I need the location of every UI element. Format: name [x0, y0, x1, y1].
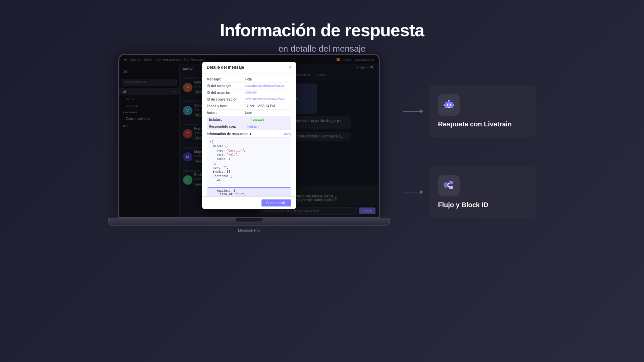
modal-close-button[interactable]: × [288, 65, 291, 70]
svg-rect-9 [449, 181, 453, 184]
label-id-mensaje: ID del mensaje: [207, 84, 244, 88]
hero-title: Información de respuesta [220, 20, 424, 40]
modal-row-autor: Autor: User [207, 110, 291, 116]
copy-link[interactable]: copy [284, 132, 291, 136]
svg-rect-6 [444, 104, 445, 106]
feature-card-flow: Flujo y Block ID [429, 166, 536, 218]
right-section: Respueta con Livetrain [403, 68, 536, 218]
modal-overlay: Detalle del mensaje × Mensaje: Hola ID d… [119, 55, 379, 217]
message-detail-modal: Detalle del mensaje × Mensaje: Hola ID d… [202, 62, 296, 209]
label-autor: Autor: [207, 111, 244, 115]
hero-subtitle: en detalle del mensaje [220, 44, 424, 54]
info-section-header: Información de respuesta ▲ copy [207, 130, 291, 137]
value-autor: User [245, 111, 252, 115]
laptop-base [108, 218, 390, 226]
modal-row-estatus: Estatus: Procesado [207, 116, 291, 123]
card-title-flow: Flujo y Block ID [438, 201, 488, 209]
label-id-usuario: ID del usuario: [207, 91, 244, 95]
livetrain-badge: livetrain [247, 125, 258, 128]
modal-row-fecha: Fecha y hora: 17 abr. 12:58:24 PM [207, 103, 291, 110]
modal-title: Detalle del mensaje [207, 65, 244, 70]
value-id-usuario: 1608280 [245, 91, 257, 94]
label-mensaje: Mensaje: [207, 77, 244, 81]
feature-card-livetrain: Respueta con Livetrain [429, 85, 536, 137]
hero-section: Información de respuesta en detalle del … [220, 0, 424, 54]
card-title-livetrain: Respueta con Livetrain [438, 120, 512, 128]
card2-row: Flujo y Block ID [403, 166, 536, 218]
status-badge: Procesado [247, 118, 267, 122]
laptop-label: Macbook Pro [238, 228, 260, 232]
arrow-1 [403, 109, 423, 113]
robot-icon [442, 98, 456, 112]
label-estatus: Estatus: [209, 118, 246, 121]
flow-icon-wrapper [438, 175, 460, 196]
info-section-label: Información de respuesta [207, 132, 248, 136]
modal-body: Mensaje: Hola ID del mensaje: 66201bd08e… [202, 73, 296, 196]
svg-rect-7 [453, 104, 454, 106]
modal-row-respondido: Respondido con: livetrain [207, 123, 291, 130]
card1-row: Respueta con Livetrain [403, 85, 536, 137]
flow-icon [442, 178, 456, 193]
modal-header: Detalle del mensaje × [202, 62, 296, 73]
svg-rect-2 [450, 104, 451, 106]
code-block: ▾{ match: { type: "Question", text: "Hol… [207, 137, 291, 186]
label-id-conversacion: ID de conversación: [207, 98, 244, 101]
svg-rect-1 [447, 104, 448, 106]
svg-rect-3 [448, 107, 450, 108]
modal-footer: Cerrar detalle [202, 196, 296, 209]
modal-row-id-mensaje: ID del mensaje: 66201bd08ee0bcbacefda5b8 [207, 83, 291, 89]
laptop-section: ☰ Cuenta > Inbox > Conversaciones > Conv… [108, 54, 536, 232]
value-mensaje: Hola [245, 77, 252, 81]
laptop-mockup: ☰ Cuenta > Inbox > Conversaciones > Conv… [108, 54, 390, 232]
modal-row-mensaje: Mensaje: Hola [207, 76, 291, 83]
svg-point-8 [444, 182, 449, 188]
close-detail-button[interactable]: Cerrar detalle [261, 199, 291, 206]
chevron-up-icon: ▲ [249, 132, 252, 136]
svg-point-5 [448, 100, 450, 101]
label-respondido: Respondido con: [209, 125, 246, 128]
robot-icon-wrapper [438, 94, 460, 116]
laptop-screen: ☰ Cuenta > Inbox > Conversaciones > Conv… [118, 54, 380, 218]
value-fecha: 17 abr. 12:58:24 PM [245, 104, 275, 108]
laptop-notch [236, 218, 262, 222]
main-content: ☰ Cuenta > Inbox > Conversaciones > Conv… [0, 54, 644, 232]
arrow-2 [403, 190, 423, 194]
svg-rect-10 [449, 186, 453, 189]
code-highlight-payload: ▾payload: { flow_id: 21032, next_block_i… [207, 187, 291, 197]
value-id-mensaje: 66201bd08ee0bcbacefda5b8 [245, 84, 284, 87]
modal-row-id-usuario: ID del usuario: 1608280 [207, 89, 291, 96]
value-id-conversacion: 62226d6f6f372c0b54ea47aec [245, 98, 285, 101]
label-fecha: Fecha y hora: [207, 104, 244, 108]
modal-row-id-conversacion: ID de conversación: 62226d6f6f372c0b54ea… [207, 96, 291, 103]
